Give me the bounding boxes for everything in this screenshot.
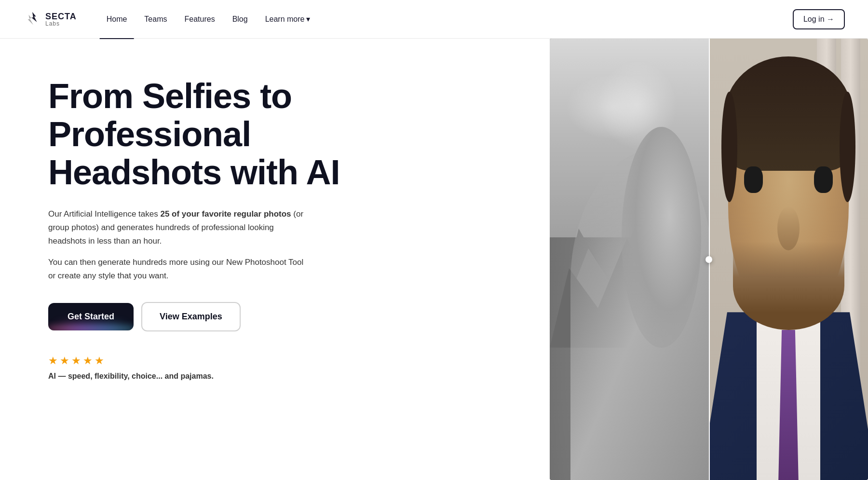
hero-desc-bold: 25 of your favorite regular photos (160, 209, 291, 219)
after-image (709, 39, 868, 480)
logo-icon (23, 10, 41, 28)
hero-buttons: Get Started View Examples (48, 302, 347, 331)
hero-desc-plain: Our Artificial Intelligence takes (48, 209, 160, 219)
star-5: ★ (95, 355, 104, 367)
hero-image-panel (540, 39, 868, 480)
hero-quote: AI — speed, flexibility, choice... and p… (48, 372, 347, 381)
nav-learn-more[interactable]: Learn more ▾ (258, 10, 317, 28)
nav-links: Home Teams Features Blog Learn more ▾ (100, 10, 793, 28)
hero-title: From Selfies to Professional Headshots w… (48, 77, 347, 192)
slider-handle[interactable] (705, 256, 712, 263)
nav-home[interactable]: Home (100, 10, 134, 28)
logo-secta: SECTA (45, 12, 77, 21)
hero-description: Our Artificial Intelligence takes 25 of … (48, 207, 309, 248)
star-rating: ★ ★ ★ ★ ★ (48, 355, 347, 367)
before-after-image (550, 39, 868, 480)
star-1: ★ (48, 355, 58, 367)
nav-features[interactable]: Features (177, 10, 221, 28)
nav-blog[interactable]: Blog (226, 10, 255, 28)
star-3: ★ (71, 355, 81, 367)
navbar: SECTA Labs Home Teams Features Blog Lear… (0, 0, 868, 39)
logo-link[interactable]: SECTA Labs (23, 10, 77, 28)
hero-content: From Selfies to Professional Headshots w… (48, 68, 347, 381)
logo-labs: Labs (45, 21, 77, 27)
chevron-down-icon: ▾ (306, 14, 310, 24)
get-started-button[interactable]: Get Started (48, 303, 134, 330)
star-4: ★ (83, 355, 93, 367)
view-examples-button[interactable]: View Examples (141, 302, 241, 331)
before-image (550, 39, 709, 480)
login-button[interactable]: Log in → (793, 9, 845, 29)
star-2: ★ (60, 355, 69, 367)
nav-teams[interactable]: Teams (137, 10, 174, 28)
logo-text: SECTA Labs (45, 12, 77, 27)
hero-section: From Selfies to Professional Headshots w… (0, 39, 868, 480)
hero-description-2: You can then generate hundreds more usin… (48, 256, 309, 283)
